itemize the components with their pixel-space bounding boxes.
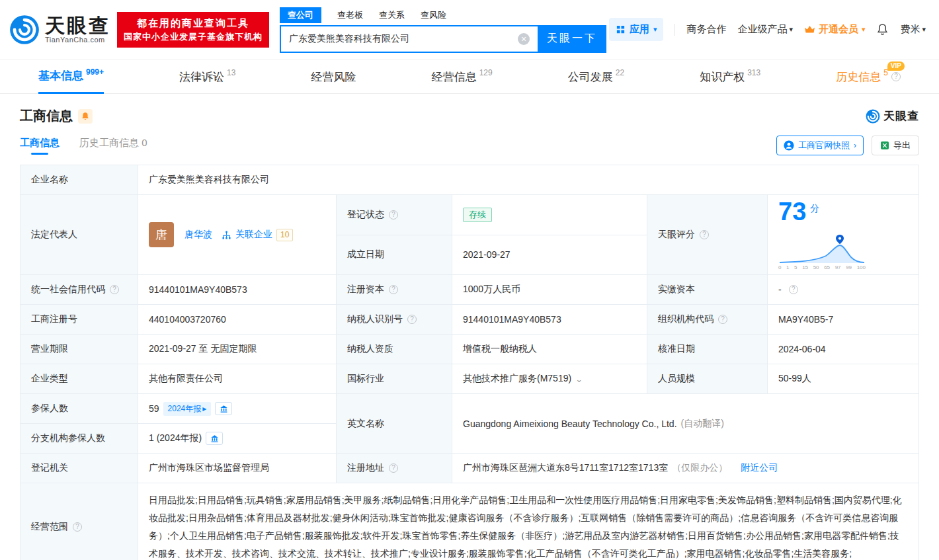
staff-size: 50-99人 (778, 373, 811, 385)
help-icon[interactable]: ? (700, 230, 709, 239)
legal-rep-avatar[interactable]: 唐 (149, 222, 174, 247)
search-tab-boss[interactable]: 查老板 (337, 7, 363, 23)
search-tab-relation[interactable]: 查关系 (379, 7, 405, 23)
notifications-button[interactable] (876, 23, 889, 36)
tab-legal-proceedings[interactable]: 法律诉讼 13 (179, 60, 235, 94)
label-text: 纳税人资质 (347, 343, 393, 355)
field-label-branch-insured-count: 分支机构参保人数 (20, 424, 138, 454)
help-icon[interactable]: ? (789, 285, 798, 294)
org-code: MA9Y40B5-7 (778, 314, 833, 325)
search-tabs: 查公司 查老板 查关系 查风险 (280, 7, 606, 24)
help-icon[interactable]: ? (389, 463, 398, 473)
label-text: 天眼评分 (658, 229, 695, 241)
legal-rep-name-link[interactable]: 唐华波 (184, 229, 212, 241)
nearby-companies-link[interactable]: 附近公司 (741, 462, 778, 474)
chevron-right-icon: › (854, 141, 856, 150)
tab-business-info[interactable]: 经营信息 129 (432, 60, 493, 94)
search-tab-risk[interactable]: 查风险 (421, 7, 446, 23)
subtab-business-registration[interactable]: 工商信息 (20, 137, 60, 155)
bank-icon (220, 405, 228, 413)
tab-history-info[interactable]: VIP 历史信息 5 ? (836, 60, 901, 94)
tab-basic-info[interactable]: 基本信息 999+ (38, 60, 104, 94)
field-value-org-code: MA9Y40B5-7 (768, 305, 919, 335)
insurance-building-button[interactable] (206, 432, 223, 445)
apps-grid-icon (616, 24, 626, 34)
label-text: 核准日期 (658, 343, 695, 355)
field-value-registered-address: 广州市海珠区琶洲大道东8号1711室1712室1713室 （仅限办公） 附近公司 (452, 454, 919, 483)
taxpayer-qualification: 增值税一般纳税人 (463, 343, 537, 355)
label-text: 企业类型 (31, 373, 68, 385)
branch-insured-count: 1 (2024年报) (149, 432, 202, 444)
field-value-business-term: 2021-09-27 至 无固定期限 (138, 335, 337, 364)
logo-swirl-icon (866, 109, 880, 124)
apps-button[interactable]: 应用 ▾ (609, 18, 664, 41)
label-text: 法定代表人 (31, 229, 77, 241)
watermark-logo: 天眼查 (866, 108, 919, 124)
search-button[interactable]: 天眼一下 (538, 25, 606, 53)
tab-label: 法律诉讼 (179, 69, 224, 85)
auto-translate-note: (自动翻译) (681, 418, 724, 430)
subscribe-bell-button[interactable] (78, 109, 93, 124)
clear-search-icon[interactable]: ✕ (518, 33, 530, 45)
help-icon[interactable]: ? (389, 285, 398, 294)
promo-line1: 都在用的商业查询工具 (124, 16, 263, 31)
company-nav-tabs: 基本信息 999+ 法律诉讼 13 经营风险 经营信息 129 公司发展 22 … (0, 60, 939, 94)
help-icon[interactable]: ? (110, 285, 119, 294)
score-axis-ticks: 0 1 5 15 50 65 97 99 100 (778, 264, 866, 270)
annual-report-badge[interactable]: 2024年报 ▸ (163, 402, 212, 416)
logo-swirl-icon (9, 15, 40, 45)
field-value-tianyan-score[interactable]: 73 分 0 1 5 15 50 65 97 99 100 (768, 195, 919, 275)
business-term: 2021-09-27 至 无固定期限 (149, 343, 257, 355)
status-badge: 存续 (463, 208, 492, 222)
score-unit: 分 (810, 203, 819, 215)
company-type: 其他有限责任公司 (149, 373, 223, 385)
tianyancha-logo[interactable]: 天眼查 TianYanCha.com (9, 15, 110, 45)
tab-label: 公司发展 (568, 69, 613, 85)
insurance-building-button[interactable] (215, 402, 232, 415)
promo-banner: 都在用的商业查询工具 国家中小企业发展子基金旗下机构 (117, 12, 269, 48)
field-value-industry: 其他技术推广服务(M7519) ⌄ (452, 364, 647, 394)
field-value-approval-date: 2024-06-04 (768, 335, 919, 364)
field-value-taxpayer-qualification: 增值税一般纳税人 (452, 335, 647, 364)
bell-icon (81, 112, 90, 121)
tab-label: 经营风险 (311, 69, 356, 85)
arrow-right-icon: ▸ (202, 404, 206, 413)
subtab-history-registration[interactable]: 历史工商信息 0 (79, 137, 147, 155)
tab-company-development[interactable]: 公司发展 22 (568, 60, 624, 94)
open-vip-label: 开通会员 (819, 23, 858, 36)
tick: 100 (857, 264, 866, 270)
open-vip-link[interactable]: 开通会员 ▾ (804, 23, 866, 36)
enterprise-products-label: 企业级产品 (737, 23, 787, 36)
help-icon[interactable]: ? (389, 210, 398, 220)
field-label-tianyan-score: 天眼评分 ? (647, 195, 768, 275)
field-label-taxpayer-id: 纳税人识别号 ? (337, 305, 452, 335)
field-label-registration-number: 工商注册号 (20, 305, 138, 335)
help-icon[interactable]: ? (407, 315, 417, 324)
related-companies-count[interactable]: 10 (276, 229, 293, 241)
search-tab-company[interactable]: 查公司 (280, 7, 321, 23)
tab-intellectual-property[interactable]: 知识产权 313 (700, 60, 760, 94)
help-icon[interactable]: ? (73, 522, 82, 532)
official-snapshot-button[interactable]: 工商官网快照 › (776, 136, 864, 155)
field-value-company-name: 广东爱美熊美容科技有限公司 (138, 165, 919, 195)
label-text: 成立日期 (347, 249, 384, 260)
enterprise-products-link[interactable]: 企业级产品 ▾ (737, 23, 793, 36)
chevron-down-icon[interactable]: ⌄ (575, 374, 583, 384)
field-label-english-name: 英文名称 (337, 394, 452, 454)
business-cooperation-link[interactable]: 商务合作 (686, 23, 726, 36)
excel-icon (880, 141, 889, 150)
export-button[interactable]: 导出 (872, 136, 919, 155)
tab-count-badge: 129 (479, 68, 493, 77)
help-icon[interactable]: ? (718, 315, 727, 324)
help-icon[interactable]: ? (891, 72, 901, 81)
tab-operating-risk[interactable]: 经营风险 (311, 60, 356, 94)
field-value-establish-date: 2021-09-27 (452, 235, 647, 276)
tick: 0 (778, 264, 781, 270)
user-menu[interactable]: 费米 ▾ (900, 23, 926, 36)
search-input[interactable] (280, 25, 538, 53)
vip-tag: VIP (887, 61, 905, 71)
field-label-registration-authority: 登记机关 (20, 454, 138, 483)
divider (674, 24, 675, 36)
related-companies-link[interactable]: 关联企业 (235, 229, 272, 241)
label-text: 分支机构参保人数 (31, 432, 105, 444)
